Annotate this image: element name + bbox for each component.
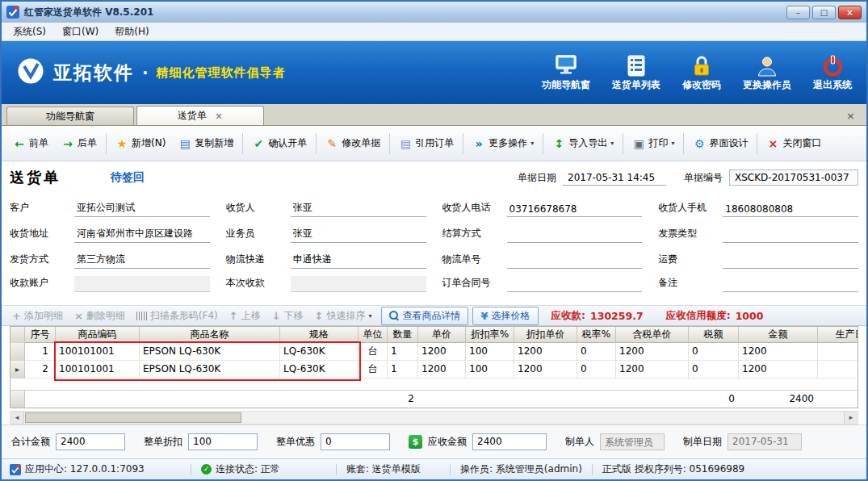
field-input[interactable]: 申通快递 <box>291 250 426 269</box>
close-button[interactable]: × <box>838 6 862 19</box>
detail-button-up[interactable]: ↑上移 <box>224 307 266 324</box>
table-cell[interactable]: LQ-630K <box>280 343 359 361</box>
table-cell[interactable]: LQ-630K <box>280 361 359 379</box>
detail-button-sort[interactable]: ↕快速排序▾ <box>309 307 378 324</box>
table-cell[interactable]: 0 <box>689 343 739 361</box>
toolbar-button-arrow-left[interactable]: ←前单 <box>6 131 55 156</box>
field-input[interactable]: 河南省郑州市中原区建设路 <box>74 224 210 243</box>
field-input[interactable]: 03716678678 <box>507 201 643 217</box>
scroll-left-icon[interactable]: ◂ <box>10 412 24 424</box>
tabbar-close-icon[interactable]: × <box>840 110 862 125</box>
table-cell[interactable]: 100 <box>466 361 514 379</box>
field-input[interactable] <box>723 276 858 292</box>
table-cell[interactable]: 1200 <box>616 343 689 361</box>
column-header-10[interactable]: 含税单价 <box>616 327 689 343</box>
table-cell[interactable]: 1200 <box>739 361 818 379</box>
table-cell[interactable]: 1200 <box>514 343 577 361</box>
toolbar-button-arrow-right[interactable]: →后单 <box>55 131 103 156</box>
horizontal-scrollbar[interactable]: ◂ ▸ <box>10 411 858 425</box>
column-header-11[interactable]: 税额 <box>689 327 739 343</box>
banner-action-0[interactable]: 功能导航窗 <box>542 54 590 92</box>
toolbar-button-print[interactable]: ▣打印▾ <box>626 131 681 156</box>
scroll-thumb[interactable] <box>25 412 241 423</box>
detail-button-barcode[interactable]: 扫描条形码(F4) <box>131 307 224 324</box>
docno-field[interactable]: XSCKD-20170531-0037 <box>729 169 858 186</box>
footer-input[interactable]: 2017-05-31 <box>728 433 802 450</box>
footer-input[interactable]: 2400 <box>472 433 547 450</box>
toolbar-button-confirm[interactable]: ✔确认开单 <box>245 131 313 156</box>
table-cell[interactable]: 100 <box>466 343 514 361</box>
footer-input[interactable]: 2400 <box>56 433 125 450</box>
table-cell[interactable]: 100101001 <box>56 343 140 361</box>
field-input[interactable]: 第三方物流 <box>74 250 210 269</box>
field-input[interactable] <box>723 253 858 269</box>
field-input[interactable] <box>723 227 858 243</box>
menu-item-2[interactable]: 帮助(H) <box>107 23 157 40</box>
footer-input[interactable]: 0 <box>321 433 390 450</box>
table-cell[interactable]: 1 <box>25 343 56 361</box>
date-field[interactable]: 2017-05-31 14:45 <box>563 170 666 186</box>
field-input[interactable] <box>74 276 210 292</box>
field-input[interactable] <box>507 227 643 243</box>
footer-input[interactable]: 系统管理员 <box>600 433 665 450</box>
table-cell[interactable]: EPSON LQ-630K <box>140 361 280 379</box>
column-header-0[interactable]: 序号 <box>25 327 56 343</box>
detail-button-delete[interactable]: ×删除明细 <box>69 307 131 324</box>
field-input[interactable] <box>291 276 426 292</box>
column-header-13[interactable]: 生产日 <box>818 327 858 343</box>
field-input[interactable]: 张亚 <box>291 199 426 217</box>
toolbar-button-close-window[interactable]: ×关闭窗口 <box>760 131 828 156</box>
banner-action-2[interactable]: 修改密码 <box>682 54 721 92</box>
toolbar-button-more[interactable]: »更多操作▾ <box>466 131 540 156</box>
detail-button-add[interactable]: +添加明细 <box>6 307 69 324</box>
field-input[interactable] <box>507 276 643 292</box>
table-cell[interactable]: 0 <box>577 361 616 379</box>
column-header-7[interactable]: 折扣率% <box>466 327 514 343</box>
maximize-button[interactable]: □ <box>812 6 836 19</box>
field-input[interactable]: 18608080808 <box>723 201 858 217</box>
toolbar-button-edit[interactable]: ✎修改单据 <box>319 131 387 156</box>
toolbar-button-quote[interactable]: ▤引用订单 <box>392 131 460 156</box>
table-cell[interactable]: 2 <box>25 361 56 379</box>
column-header-1[interactable]: 商品编码 <box>56 327 140 343</box>
table-cell[interactable]: 1 <box>388 343 418 361</box>
column-header-3[interactable]: 规格 <box>280 327 359 343</box>
tab-close-icon[interactable]: × <box>215 111 223 122</box>
field-input[interactable]: 亚拓公司测试 <box>74 199 210 217</box>
table-cell[interactable] <box>818 361 858 379</box>
table-cell[interactable]: 1200 <box>616 361 689 379</box>
column-header-4[interactable]: 单位 <box>359 327 388 343</box>
column-header-6[interactable]: 单价 <box>418 327 466 343</box>
banner-action-1[interactable]: 送货单列表 <box>612 54 660 92</box>
column-header-5[interactable]: 数量 <box>388 327 418 343</box>
table-cell[interactable]: 1200 <box>739 343 818 361</box>
column-header-12[interactable]: 金额 <box>739 327 818 343</box>
scroll-right-icon[interactable]: ▸ <box>844 412 858 424</box>
menu-item-1[interactable]: 窗口(W) <box>54 23 107 40</box>
table-cell[interactable]: 1200 <box>514 361 577 379</box>
tab-0[interactable]: 功能导航窗 <box>6 107 134 125</box>
detail-button-view[interactable]: 查看商品详情 <box>381 307 468 325</box>
table-cell[interactable]: 台 <box>359 361 388 379</box>
toolbar-button-import-export[interactable]: ↕导入导出▾ <box>546 131 620 156</box>
table-cell[interactable]: EPSON LQ-630K <box>140 343 280 361</box>
table-row-1[interactable]: ▸2100101001EPSON LQ-630KLQ-630K台11200100… <box>10 361 858 379</box>
banner-action-3[interactable]: 更换操作员 <box>743 54 791 92</box>
titlebar[interactable]: 红管家送货单软件 V8.5.201 – □ × <box>2 2 866 23</box>
toolbar-button-copy[interactable]: ▤复制新增 <box>172 131 240 156</box>
detail-button-down[interactable]: ↓下移 <box>266 307 309 324</box>
table-cell[interactable]: 0 <box>577 343 616 361</box>
banner-action-4[interactable]: 退出系统 <box>813 54 852 92</box>
column-header-8[interactable]: 折扣单价 <box>514 327 577 343</box>
table-cell[interactable]: 1 <box>388 361 418 379</box>
tab-1[interactable]: 送货单× <box>136 106 264 125</box>
column-header-9[interactable]: 税率% <box>577 327 616 343</box>
table-cell[interactable]: 1200 <box>418 343 466 361</box>
table-cell[interactable]: 100101001 <box>56 361 140 379</box>
table-cell[interactable]: 0 <box>689 361 739 379</box>
table-cell[interactable]: 1200 <box>418 361 466 379</box>
table-cell[interactable]: 台 <box>359 343 388 361</box>
field-input[interactable] <box>507 253 643 269</box>
field-input[interactable]: 张亚 <box>291 224 426 243</box>
table-cell[interactable] <box>818 343 858 361</box>
